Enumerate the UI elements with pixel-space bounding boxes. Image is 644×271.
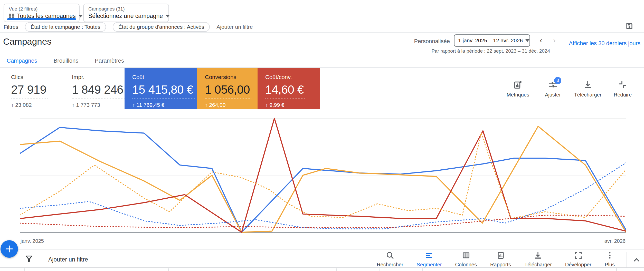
reports-label: Rapports xyxy=(490,262,511,268)
comparison-period-label: Par rapport à la période : 22 sept. 2023… xyxy=(431,48,550,54)
filter-pill-adgroup-status[interactable]: État du groupe d'annonces : Activés xyxy=(113,22,210,32)
table-column-divider xyxy=(578,268,578,271)
scorecard-clics[interactable]: Clics 27 919 ↑ 23 082 xyxy=(3,68,64,109)
x-axis-label-end: avr. 2026 xyxy=(604,238,626,244)
campaign-selector-value: Sélectionnez une campagne xyxy=(88,13,163,20)
scorecard-impressions[interactable]: Impr. 1 849 246 ↑ 1 773 773 xyxy=(64,68,125,109)
campaign-selector[interactable]: Campagnes (31) Sélectionnez une campagne xyxy=(83,4,169,22)
scorecard-cout[interactable]: Coût 15 415,80 € ↑ 11 769,45 € xyxy=(125,68,197,109)
search-tool[interactable]: Rechercher xyxy=(370,251,410,268)
next-period-button[interactable]: › xyxy=(553,36,556,45)
chart-line-conversions-previous xyxy=(20,133,626,219)
scorecard-delta: ↑ 9,99 € xyxy=(265,102,313,108)
filter-bar: Filtres État de la campagne : Toutes Éta… xyxy=(4,22,253,32)
search-label: Rechercher xyxy=(377,262,403,268)
table-column-divider xyxy=(422,268,423,271)
table-column-divider xyxy=(537,268,537,271)
download-label: Télécharger xyxy=(574,92,602,98)
table-toolbar: Rechercher Segmenter Colonnes Rapports T… xyxy=(370,251,621,268)
add-filter-link[interactable]: Ajouter un filtre xyxy=(216,24,253,30)
x-axis-label-start: janv. 2025 xyxy=(21,238,44,244)
table-header-sliver xyxy=(0,267,644,271)
download-label: Télécharger xyxy=(524,262,552,268)
table-column-divider xyxy=(168,268,169,271)
scorecard-delta: ↑ 23 082 xyxy=(11,102,57,108)
scorecard-conversions[interactable]: Conversions 1 056,00 ↑ 264,00 xyxy=(197,68,258,109)
add-campaign-fab[interactable] xyxy=(1,240,18,258)
view-selector-active-indicator xyxy=(7,18,76,20)
chevron-down-icon xyxy=(165,15,170,17)
adjust-badge: 3 xyxy=(554,77,561,84)
view-selector-label: Vue (2 filtres) xyxy=(9,6,74,12)
collapse-chart-button[interactable]: Réduire xyxy=(608,80,638,98)
download-tool[interactable]: Télécharger xyxy=(518,251,558,268)
scorecard-value: 27 919 xyxy=(11,83,48,99)
columns-tool[interactable]: Colonnes xyxy=(448,251,484,268)
page-title: Campagnes xyxy=(3,36,52,47)
performance-chart[interactable] xyxy=(20,115,626,236)
more-label: Plus xyxy=(605,262,615,268)
segment-label: Segmenter xyxy=(417,262,442,268)
date-controls: Personnalisée 1 janv. 2025 – 12 avr. 202… xyxy=(409,33,640,54)
date-mode-label: Personnalisée xyxy=(414,38,450,45)
adjust-label: Ajuster xyxy=(545,92,561,98)
segment-tool[interactable]: Segmenter xyxy=(410,251,449,268)
table-column-divider xyxy=(49,268,49,271)
scorecard-value: 14,60 € xyxy=(265,83,305,99)
chart-toolbar: Métriques 3 Ajuster Télécharger Réduire xyxy=(503,80,638,98)
scorecard-label: Conversions xyxy=(205,74,251,81)
date-range-picker[interactable]: 1 janv. 2025 – 12 avr. 2026 xyxy=(454,34,530,47)
filters-title: Filtres xyxy=(4,24,18,30)
table-column-divider xyxy=(616,268,617,271)
expand-tool[interactable]: Développer xyxy=(558,251,598,268)
scorecard-label: Coût/conv. xyxy=(265,74,313,81)
chevron-down-icon xyxy=(78,15,83,17)
collapse-panel-button[interactable] xyxy=(632,255,641,265)
table-column-divider xyxy=(497,268,497,271)
more-tool[interactable]: Plus xyxy=(598,251,621,268)
scorecard-value: 1 056,00 xyxy=(205,83,251,99)
scorecard-value: 1 849 246 xyxy=(72,83,125,99)
scorecard-value: 15 415,80 € xyxy=(132,83,195,99)
scorecard-delta: ↑ 11 769,45 € xyxy=(132,102,191,108)
scorecard-delta: ↑ 264,00 xyxy=(205,102,251,108)
table-column-divider xyxy=(24,268,25,271)
download-chart-button[interactable]: Télécharger xyxy=(573,80,603,98)
previous-period-button[interactable]: ‹ xyxy=(540,36,542,45)
google-ads-campaigns-page: Vue (2 filtres) Toutes les campagnes Cam… xyxy=(0,0,644,271)
chevron-down-icon xyxy=(525,39,529,42)
table-column-divider xyxy=(380,268,380,271)
reduce-label: Réduire xyxy=(614,92,632,98)
adjust-button[interactable]: 3 Ajuster xyxy=(538,80,568,98)
table-add-filter[interactable]: Ajouter un filtre xyxy=(48,256,88,263)
toolbar-divider xyxy=(627,252,627,268)
show-last-30-days-link[interactable]: Afficher les 30 derniers jours xyxy=(569,40,640,47)
metrics-label: Métriques xyxy=(507,92,529,98)
scorecard-cout-conv[interactable]: Coût/conv. 14,60 € ↑ 9,99 € xyxy=(258,68,320,109)
filter-pill-campaign-status[interactable]: État de la campagne : Toutes xyxy=(25,22,106,32)
table-column-divider xyxy=(460,268,460,271)
filter-funnel-icon[interactable] xyxy=(25,255,33,263)
metrics-button[interactable]: Métriques xyxy=(503,80,533,98)
save-icon[interactable] xyxy=(626,22,633,30)
campaign-selector-label: Campagnes (31) xyxy=(88,6,164,12)
expand-label: Développer xyxy=(565,262,591,268)
scorecard-label: Clics xyxy=(11,74,57,81)
chart-bottom-divider xyxy=(0,249,644,250)
date-range-value: 1 janv. 2025 – 12 avr. 2026 xyxy=(458,37,523,44)
header-divider xyxy=(0,32,644,33)
scorecard-label: Coût xyxy=(132,74,191,81)
scorecard-label: Impr. xyxy=(72,74,118,81)
view-selector[interactable]: Vue (2 filtres) Toutes les campagnes xyxy=(4,4,80,22)
columns-label: Colonnes xyxy=(455,262,477,268)
chart-canvas xyxy=(20,115,626,236)
reports-tool[interactable]: Rapports xyxy=(484,251,518,268)
plus-icon xyxy=(4,244,14,254)
table-column-divider xyxy=(336,268,337,271)
tabs-divider xyxy=(0,67,644,68)
scorecard-strip: Clics 27 919 ↑ 23 082 Impr. 1 849 246 ↑ … xyxy=(3,68,320,109)
scorecard-delta: ↑ 1 773 773 xyxy=(72,102,118,108)
